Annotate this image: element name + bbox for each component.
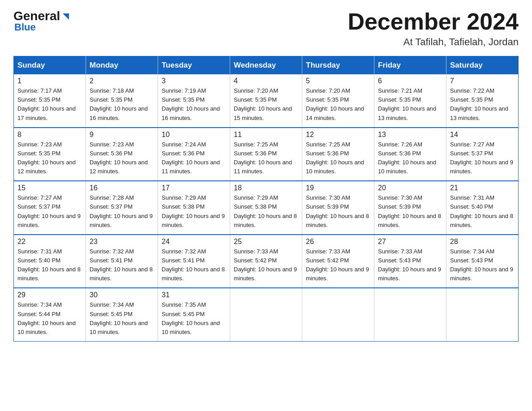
daylight-label: Daylight: 10 hours and 8 minutes.: [378, 213, 441, 228]
sunset-label: Sunset: 5:38 PM: [162, 203, 205, 210]
sunrise-label: Sunrise: 7:21 AM: [378, 87, 422, 94]
table-row: 27 Sunrise: 7:33 AM Sunset: 5:43 PM Dayl…: [374, 235, 446, 288]
sunset-label: Sunset: 5:41 PM: [162, 257, 205, 264]
day-number: 12: [306, 131, 370, 139]
table-row: 15 Sunrise: 7:27 AM Sunset: 5:37 PM Dayl…: [14, 181, 86, 235]
day-number: 2: [90, 77, 154, 85]
day-info: Sunrise: 7:33 AM Sunset: 5:42 PM Dayligh…: [306, 247, 370, 283]
sunrise-label: Sunrise: 7:33 AM: [306, 248, 350, 255]
table-row: 18 Sunrise: 7:29 AM Sunset: 5:38 PM Dayl…: [230, 181, 302, 235]
sunset-label: Sunset: 5:37 PM: [90, 203, 133, 210]
table-row: 9 Sunrise: 7:23 AM Sunset: 5:36 PM Dayli…: [86, 128, 158, 181]
table-row: 12 Sunrise: 7:25 AM Sunset: 5:36 PM Dayl…: [302, 128, 374, 181]
sunset-label: Sunset: 5:35 PM: [17, 96, 60, 103]
table-row: 10 Sunrise: 7:24 AM Sunset: 5:36 PM Dayl…: [158, 128, 230, 181]
daylight-label: Daylight: 10 hours and 14 minutes.: [306, 105, 364, 121]
header-sunday: Sunday: [14, 56, 86, 75]
sunset-label: Sunset: 5:36 PM: [306, 150, 349, 157]
sunrise-label: Sunrise: 7:32 AM: [162, 248, 206, 255]
calendar-table: Sunday Monday Tuesday Wednesday Thursday…: [13, 56, 519, 342]
daylight-label: Daylight: 10 hours and 16 minutes.: [90, 105, 148, 121]
sunset-label: Sunset: 5:37 PM: [450, 150, 493, 157]
sunset-label: Sunset: 5:35 PM: [90, 96, 133, 103]
day-info: Sunrise: 7:34 AM Sunset: 5:43 PM Dayligh…: [450, 247, 515, 283]
sunrise-label: Sunrise: 7:34 AM: [17, 301, 62, 308]
day-number: 21: [450, 184, 515, 192]
day-info: Sunrise: 7:34 AM Sunset: 5:44 PM Dayligh…: [17, 300, 82, 337]
day-number: 18: [234, 184, 298, 192]
sunrise-label: Sunrise: 7:29 AM: [234, 194, 278, 201]
day-info: Sunrise: 7:27 AM Sunset: 5:37 PM Dayligh…: [450, 140, 515, 176]
sunrise-label: Sunrise: 7:30 AM: [378, 194, 422, 201]
daylight-label: Daylight: 10 hours and 16 minutes.: [162, 105, 220, 121]
table-row: 30 Sunrise: 7:34 AM Sunset: 5:45 PM Dayl…: [86, 288, 158, 341]
sunset-label: Sunset: 5:35 PM: [450, 96, 493, 103]
day-info: Sunrise: 7:20 AM Sunset: 5:35 PM Dayligh…: [234, 86, 298, 123]
calendar-header-row: Sunday Monday Tuesday Wednesday Thursday…: [14, 56, 519, 75]
day-number: 25: [234, 238, 298, 246]
logo-triangle-icon: [61, 12, 71, 21]
day-number: 22: [17, 238, 82, 246]
calendar-week-row: 29 Sunrise: 7:34 AM Sunset: 5:44 PM Dayl…: [14, 288, 519, 341]
day-number: 8: [17, 131, 82, 139]
day-number: 27: [378, 238, 442, 246]
sunrise-label: Sunrise: 7:18 AM: [90, 87, 134, 94]
day-info: Sunrise: 7:26 AM Sunset: 5:36 PM Dayligh…: [378, 140, 442, 176]
daylight-label: Daylight: 10 hours and 9 minutes.: [162, 213, 225, 228]
day-info: Sunrise: 7:29 AM Sunset: 5:38 PM Dayligh…: [234, 193, 298, 230]
sunset-label: Sunset: 5:44 PM: [17, 311, 60, 317]
sunrise-label: Sunrise: 7:19 AM: [162, 87, 206, 94]
day-info: Sunrise: 7:19 AM Sunset: 5:35 PM Dayligh…: [162, 86, 226, 123]
calendar-week-row: 15 Sunrise: 7:27 AM Sunset: 5:37 PM Dayl…: [14, 181, 519, 235]
daylight-label: Daylight: 10 hours and 8 minutes.: [450, 213, 513, 228]
day-info: Sunrise: 7:30 AM Sunset: 5:39 PM Dayligh…: [306, 193, 370, 230]
sunset-label: Sunset: 5:42 PM: [234, 257, 277, 264]
table-row: 8 Sunrise: 7:23 AM Sunset: 5:35 PM Dayli…: [14, 128, 86, 181]
day-info: Sunrise: 7:32 AM Sunset: 5:41 PM Dayligh…: [90, 247, 154, 283]
table-row: 5 Sunrise: 7:20 AM Sunset: 5:35 PM Dayli…: [302, 74, 374, 128]
day-info: Sunrise: 7:22 AM Sunset: 5:35 PM Dayligh…: [450, 86, 515, 123]
sunrise-label: Sunrise: 7:29 AM: [162, 194, 206, 201]
sunrise-label: Sunrise: 7:24 AM: [162, 141, 206, 148]
day-number: 15: [17, 184, 82, 192]
sunset-label: Sunset: 5:36 PM: [90, 150, 133, 157]
sunrise-label: Sunrise: 7:34 AM: [90, 301, 134, 308]
day-info: Sunrise: 7:30 AM Sunset: 5:39 PM Dayligh…: [378, 193, 442, 230]
calendar-week-row: 1 Sunrise: 7:17 AM Sunset: 5:35 PM Dayli…: [14, 74, 519, 128]
daylight-label: Daylight: 10 hours and 9 minutes.: [450, 266, 513, 282]
header-tuesday: Tuesday: [158, 56, 230, 75]
header-monday: Monday: [86, 56, 158, 75]
sunrise-label: Sunrise: 7:20 AM: [306, 87, 350, 94]
sunrise-label: Sunrise: 7:25 AM: [234, 141, 278, 148]
day-info: Sunrise: 7:31 AM Sunset: 5:40 PM Dayligh…: [450, 193, 515, 230]
day-number: 16: [90, 184, 154, 192]
day-info: Sunrise: 7:25 AM Sunset: 5:36 PM Dayligh…: [306, 140, 370, 176]
day-info: Sunrise: 7:33 AM Sunset: 5:42 PM Dayligh…: [234, 247, 298, 283]
sunset-label: Sunset: 5:36 PM: [162, 150, 205, 157]
daylight-label: Daylight: 10 hours and 10 minutes.: [378, 159, 436, 175]
sunset-label: Sunset: 5:37 PM: [17, 203, 60, 210]
sunset-label: Sunset: 5:39 PM: [378, 203, 421, 210]
day-number: 14: [450, 131, 515, 139]
sunset-label: Sunset: 5:36 PM: [378, 150, 421, 157]
day-number: 6: [378, 77, 442, 85]
day-number: 3: [162, 77, 226, 85]
daylight-label: Daylight: 10 hours and 11 minutes.: [234, 159, 292, 175]
day-info: Sunrise: 7:35 AM Sunset: 5:45 PM Dayligh…: [162, 300, 226, 337]
sunrise-label: Sunrise: 7:35 AM: [162, 301, 206, 308]
table-row: 20 Sunrise: 7:30 AM Sunset: 5:39 PM Dayl…: [374, 181, 446, 235]
table-row: [374, 288, 446, 341]
day-number: 30: [90, 291, 154, 299]
logo: General Blue: [13, 9, 71, 33]
day-number: 23: [90, 238, 154, 246]
daylight-label: Daylight: 10 hours and 8 minutes.: [162, 266, 225, 282]
day-info: Sunrise: 7:34 AM Sunset: 5:45 PM Dayligh…: [90, 300, 154, 337]
day-number: 4: [234, 77, 298, 85]
daylight-label: Daylight: 10 hours and 17 minutes.: [17, 105, 76, 121]
sunset-label: Sunset: 5:40 PM: [450, 203, 493, 210]
day-number: 29: [17, 291, 82, 299]
sunset-label: Sunset: 5:45 PM: [90, 311, 133, 317]
calendar-week-row: 22 Sunrise: 7:31 AM Sunset: 5:40 PM Dayl…: [14, 235, 519, 288]
daylight-label: Daylight: 10 hours and 8 minutes.: [306, 213, 369, 228]
day-number: 1: [17, 77, 82, 85]
